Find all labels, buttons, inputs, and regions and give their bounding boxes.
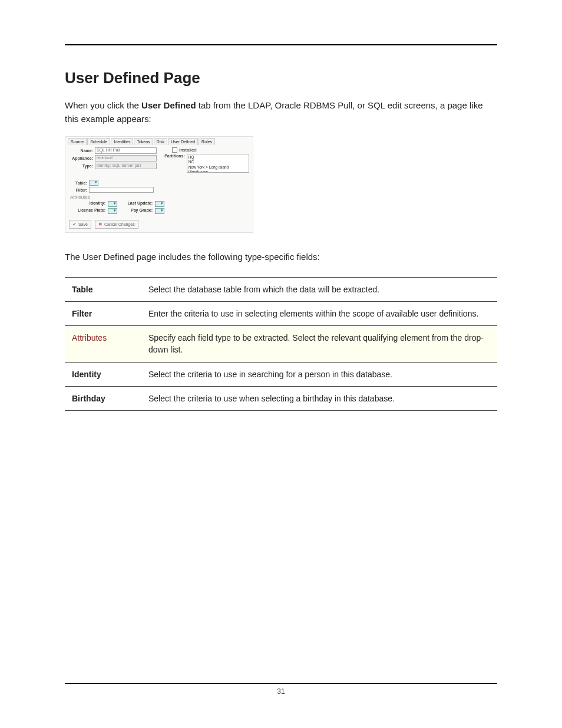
attr-lastupdate-label: Last Update: bbox=[120, 201, 153, 207]
footer-rule bbox=[65, 683, 497, 684]
attr-lastupdate-select[interactable] bbox=[155, 201, 164, 207]
field-desc: Select the criteria to use in searching … bbox=[141, 362, 497, 386]
partitions-listbox[interactable]: HQ NC New York > Long Island Warehouse bbox=[187, 154, 249, 173]
attr-paygrade-select[interactable] bbox=[155, 208, 164, 214]
field-name: Attributes bbox=[65, 326, 141, 363]
tab-source[interactable]: Source bbox=[68, 138, 87, 145]
cancel-label: Cancel Changes bbox=[104, 222, 135, 226]
filter-label: Filter: bbox=[69, 188, 89, 192]
tab-schedule[interactable]: Schedule bbox=[87, 138, 110, 145]
field-name: Identity bbox=[65, 362, 141, 386]
field-desc: Specify each field type to be extracted.… bbox=[141, 326, 497, 363]
top-rule bbox=[65, 44, 497, 45]
attr-license-label: License Plate: bbox=[72, 208, 105, 214]
field-desc: Enter the criteria to use in selecting e… bbox=[141, 301, 497, 325]
table-row: AttributesSpecify each field type to be … bbox=[65, 326, 497, 363]
appliance-label: Appliance: bbox=[69, 156, 95, 160]
table-row: BirthdaySelect the criteria to use when … bbox=[65, 386, 497, 410]
attr-identity-select[interactable] bbox=[108, 201, 117, 207]
close-icon: ✖ bbox=[98, 222, 103, 227]
field-desc: Select the criteria to use when selectin… bbox=[141, 386, 497, 410]
intro-bold: User Defined bbox=[141, 100, 196, 110]
tab-identities[interactable]: Identities bbox=[111, 138, 133, 145]
field-name: Table bbox=[65, 277, 141, 301]
filter-input[interactable] bbox=[89, 187, 154, 193]
ui-tabs: Source Schedule Identities Tokens Disk U… bbox=[65, 137, 253, 145]
table-row: TableSelect the database table from whic… bbox=[65, 277, 497, 301]
fields-table: TableSelect the database table from whic… bbox=[65, 277, 497, 411]
check-icon: ✔ bbox=[72, 222, 77, 227]
intro-paragraph: When you click the User Defined tab from… bbox=[65, 99, 497, 126]
tab-tokens[interactable]: Tokens bbox=[134, 138, 153, 145]
table-label: Table: bbox=[69, 181, 89, 185]
partition-item[interactable]: NC bbox=[189, 160, 247, 164]
tab-roles[interactable]: Roles bbox=[199, 138, 215, 145]
table-row: IdentitySelect the criteria to use in se… bbox=[65, 362, 497, 386]
type-label: Type: bbox=[69, 164, 95, 168]
attr-identity-label: Identity: bbox=[72, 201, 105, 207]
name-label: Name: bbox=[69, 149, 95, 153]
attributes-heading: Attributes bbox=[70, 195, 249, 200]
intro-pre: When you click the bbox=[65, 100, 141, 110]
save-button[interactable]: ✔ Save bbox=[69, 220, 91, 229]
field-name: Birthday bbox=[65, 386, 141, 410]
name-input[interactable]: SQL HR Pull bbox=[95, 147, 157, 154]
page-number: 31 bbox=[0, 687, 562, 696]
tab-disk[interactable]: Disk bbox=[154, 138, 168, 145]
after-paragraph: The User Defined page includes the follo… bbox=[65, 251, 497, 264]
partition-item[interactable]: HQ bbox=[189, 155, 247, 160]
table-row: FilterEnter the criteria to use in selec… bbox=[65, 301, 497, 325]
partition-item[interactable]: New York > Long Island Warehouse bbox=[189, 165, 247, 173]
cancel-button[interactable]: ✖ Cancel Changes bbox=[95, 220, 138, 229]
appliance-input: redcloud bbox=[95, 155, 157, 162]
field-desc: Select the database table from which the… bbox=[141, 277, 497, 301]
tab-user-defined[interactable]: User Defined bbox=[168, 138, 198, 145]
table-select[interactable] bbox=[89, 180, 98, 186]
attr-paygrade-label: Pay Grade: bbox=[120, 208, 153, 214]
save-label: Save bbox=[78, 222, 88, 226]
installed-checkbox[interactable] bbox=[172, 147, 177, 153]
embedded-ui-screenshot: Source Schedule Identities Tokens Disk U… bbox=[65, 136, 253, 233]
installed-label: Installed bbox=[179, 147, 197, 153]
page-heading: User Defined Page bbox=[65, 69, 497, 87]
type-select[interactable]: Identity: SQL Server pull bbox=[95, 163, 157, 169]
partitions-label: Partitions: bbox=[161, 154, 187, 158]
field-name: Filter bbox=[65, 301, 141, 325]
attr-license-select[interactable] bbox=[108, 208, 117, 214]
